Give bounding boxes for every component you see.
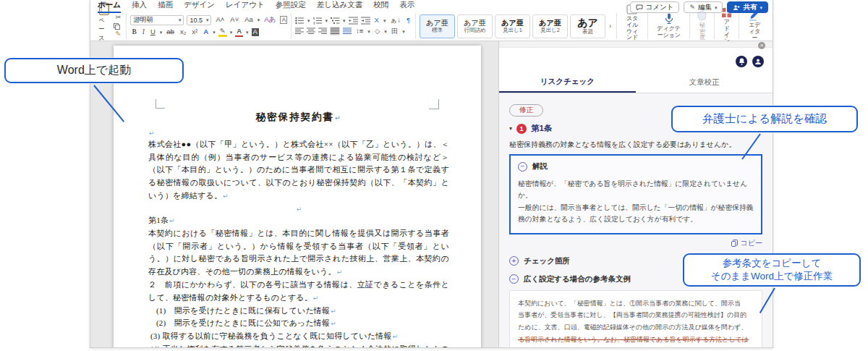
expand-plus-icon[interactable]: +	[509, 256, 519, 266]
character-shading-button[interactable]: A	[252, 28, 259, 36]
reference-line-deleted: る旨明示された情報をいう。なお、秘密情報である旨を明示する方法としては	[518, 334, 754, 346]
tab-home[interactable]: ホーム	[98, 0, 121, 13]
text-effects-button[interactable]: A	[202, 28, 210, 36]
paragraph-mark: ↵	[335, 114, 342, 122]
subscript-button[interactable]: x₂	[179, 28, 187, 36]
share-button[interactable]: 共有 ▾	[727, 1, 768, 13]
tab-design[interactable]: デザイン	[184, 0, 215, 13]
collapse-triangle-icon[interactable]: ▾	[509, 125, 512, 132]
collapse-minus-icon[interactable]: −	[518, 162, 527, 172]
sensitivity-label: 秘密度	[697, 22, 707, 41]
grow-font-button[interactable]: A˄	[214, 16, 226, 24]
account-button[interactable]	[752, 56, 764, 67]
align-right-button[interactable]	[318, 28, 327, 35]
panel-header: × リスクチェック 文章校正	[499, 41, 773, 93]
change-case-button[interactable]: Aa	[243, 16, 255, 24]
font-size-select[interactable]: 10.5 ▾	[187, 15, 211, 25]
tab-draw[interactable]: 描画	[158, 0, 173, 13]
borders-button[interactable]: 田	[390, 28, 400, 35]
tab-layout[interactable]: レイアウト	[226, 0, 265, 13]
align-left-button[interactable]	[295, 28, 304, 35]
font-color-button[interactable]: A	[235, 28, 243, 37]
decrease-indent-button[interactable]	[349, 17, 358, 25]
show-marks-button[interactable]: ¶	[405, 17, 412, 25]
shading-button[interactable]: ◇	[373, 28, 381, 35]
sensitivity-button[interactable]: 秘密度	[694, 11, 710, 41]
copy-explanation-button[interactable]: コピー	[731, 238, 762, 248]
ribbon-commands: ペースト ✂ ✎	[90, 12, 773, 41]
callout-text: そのままWord上で修正作業	[711, 270, 833, 283]
format-painter-button[interactable]: ✎	[114, 30, 122, 38]
screenshot-canvas: ホーム 挿入 描画 デザイン レイアウト 参照設定 差し込み文書 校閲 表示 コ…	[0, 0, 868, 351]
callout-lawyer-explanation: 弁護士による解説を確認	[671, 106, 858, 132]
distribute-button[interactable]	[343, 28, 352, 35]
document-page[interactable]: 秘密保持契約書↵ ↵ 株式会社●●（以下「甲」という。）と株式会社××（以下「乙…	[114, 46, 481, 347]
editor-button[interactable]: エディター	[743, 10, 766, 41]
shrink-font-button[interactable]: A˅	[229, 16, 240, 24]
tab-references[interactable]: 参照設定	[276, 0, 306, 13]
kaisetsu-header[interactable]: − 解説	[518, 161, 754, 172]
notification-bell-button[interactable]	[736, 56, 747, 67]
tab-review[interactable]: 校閲	[373, 0, 388, 13]
superscript-button[interactable]: x²	[190, 28, 199, 36]
increase-indent-button[interactable]	[361, 17, 370, 25]
paragraph-group: ▾ ▾ ▾ X ▾ ぁ↓ ¶	[292, 13, 416, 39]
collapse-minus-icon[interactable]: −	[509, 274, 519, 284]
underline-button[interactable]: U	[149, 28, 157, 36]
style-normal[interactable]: あア亜 標準	[420, 14, 455, 38]
list-item: (3) 取得する以前に守秘義務を負うことなく既に知得していた情報↵	[148, 330, 449, 343]
chevron-down-icon: ▾	[367, 29, 370, 34]
multilevel-list-button[interactable]	[331, 17, 340, 25]
bullet-list-button[interactable]	[295, 17, 305, 25]
tab-risk-check[interactable]: リスクチェック	[499, 72, 636, 93]
bold-button[interactable]: B	[130, 28, 137, 36]
style-no-spacing[interactable]: あア亜 行間詰め	[457, 14, 493, 38]
share-label: 共有	[743, 3, 757, 12]
strikethrough-button[interactable]: ab	[165, 28, 176, 36]
sensitivity-group: 秘密度	[690, 13, 715, 39]
style-sample: あア	[577, 18, 598, 28]
tab-view[interactable]: 表示	[399, 0, 414, 13]
comments-button[interactable]: コメント	[630, 1, 680, 13]
sensitivity-icon	[697, 11, 707, 21]
reference-clause-box[interactable]: 本契約において、「秘密情報」とは、①開示当事者の業務に関して、開示当 当事者が、…	[509, 290, 762, 347]
font-name-select[interactable]: 游明朝 ▾	[130, 15, 184, 25]
numbered-list-icon	[313, 17, 323, 25]
fix-filter-badge[interactable]: 修正	[509, 104, 543, 117]
align-center-button[interactable]	[307, 28, 315, 35]
numbered-list-button[interactable]	[313, 17, 323, 25]
chevron-down-icon: ▾	[246, 30, 249, 35]
empty-paragraph: ↵	[148, 127, 449, 138]
tab-insert[interactable]: 挿入	[132, 0, 147, 13]
reference-clause-title: 広く設定する場合の参考条文例	[524, 274, 631, 284]
asian-layout-button[interactable]: X	[373, 17, 380, 25]
highlight-button[interactable]: ✎	[218, 28, 227, 38]
tab-mailings[interactable]: 差し込み文書	[317, 0, 363, 13]
styles-more-button[interactable]: ›	[608, 22, 613, 30]
kaisetsu-line: 一般的には、開示当事者としては、開示した「一切の情報」が秘密保持義務の対象となる…	[518, 202, 754, 226]
copy-button[interactable]	[114, 23, 120, 30]
styles-group: あア亜 標準 あア亜 行間詰め あア亜 見出し1 あア亜 見出し2	[416, 13, 617, 39]
ruby-button[interactable]: Aあ	[263, 16, 277, 24]
microphone-icon	[665, 13, 673, 25]
line-spacing-button[interactable]: ↕≡	[354, 28, 365, 35]
chevron-down-icon: ▾	[402, 29, 405, 34]
style-title[interactable]: あア 表題	[570, 14, 605, 38]
document-content[interactable]: 秘密保持契約書↵ ↵ 株式会社●●（以下「甲」という。）と株式会社××（以下「乙…	[148, 109, 449, 347]
list-item: (4) 正当な権利を有する第三者から守秘義務を負うことなく合法的に取得したもの↵	[148, 343, 449, 347]
cut-button[interactable]: ✂	[114, 14, 122, 22]
close-icon[interactable]: ×	[758, 42, 765, 49]
sort-button[interactable]: ぁ↓	[388, 17, 401, 25]
dictation-button[interactable]: ディクテーション	[652, 13, 686, 39]
justify-icon	[331, 28, 339, 35]
copy-label: コピー	[741, 238, 762, 248]
style-heading1[interactable]: あア亜 見出し1	[495, 14, 530, 38]
tab-proofreading[interactable]: 文章校正	[636, 72, 773, 93]
italic-button[interactable]: I	[141, 28, 146, 36]
enclose-characters-button[interactable]: A	[280, 16, 287, 25]
reference-line: ために、文書、口頭、電磁的記録媒体その他の開示の方法及び媒体を問わず、	[518, 321, 754, 334]
callout-text: 参考条文をコピーして	[723, 257, 822, 270]
style-heading2[interactable]: あア亜 見出し2	[532, 14, 568, 38]
chevron-down-icon: ▾	[760, 5, 762, 10]
justify-button[interactable]	[330, 27, 340, 35]
